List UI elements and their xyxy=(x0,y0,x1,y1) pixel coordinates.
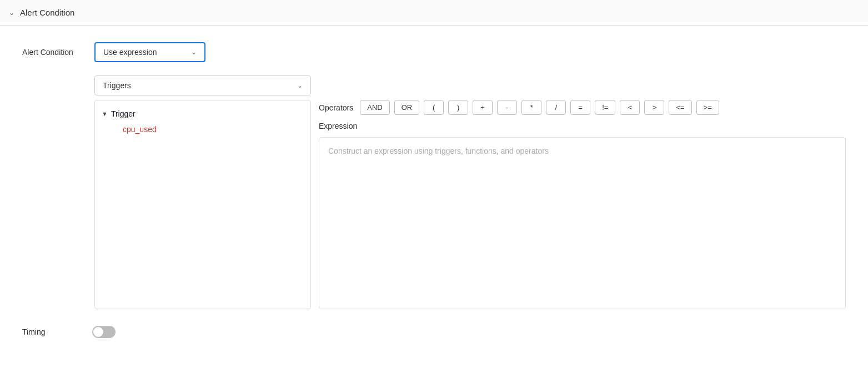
expression-panel: Operators AND OR ( ) + - * / = != < > <=… xyxy=(319,100,846,309)
section-header-title: Alert Condition xyxy=(20,8,74,17)
expression-label: Expression xyxy=(319,122,846,130)
trigger-tree-panel: ▼ Trigger cpu_used xyxy=(94,100,311,309)
timing-label: Timing xyxy=(22,327,83,336)
alert-condition-select[interactable]: Use expression ⌄ xyxy=(94,42,205,62)
operator-and-button[interactable]: AND xyxy=(360,100,389,115)
expression-placeholder: Construct an expression using triggers, … xyxy=(328,147,549,155)
triggers-select-label: Triggers xyxy=(103,81,131,90)
page-container: ⌄ Alert Condition Alert Condition Use ex… xyxy=(0,0,868,373)
trigger-expand-icon: ▼ xyxy=(102,110,108,117)
operator-open-paren-button[interactable]: ( xyxy=(424,100,444,115)
triggers-row: Triggers ⌄ xyxy=(94,75,846,95)
timing-toggle[interactable] xyxy=(92,326,116,338)
trigger-child-label: cpu_used xyxy=(123,125,157,134)
triggers-chevron-icon: ⌄ xyxy=(297,82,303,89)
operator-not-equals-button[interactable]: != xyxy=(595,100,615,115)
alert-condition-chevron-icon: ⌄ xyxy=(191,48,197,56)
operators-label: Operators xyxy=(319,103,353,112)
operator-less-equal-button[interactable]: <= xyxy=(669,100,691,115)
alert-condition-row: Alert Condition Use expression ⌄ xyxy=(22,42,846,62)
operator-or-button[interactable]: OR xyxy=(394,100,420,115)
operator-multiply-button[interactable]: * xyxy=(521,100,541,115)
operators-row: Operators AND OR ( ) + - * / = != < > <=… xyxy=(319,100,846,115)
trigger-tree-label: Trigger xyxy=(111,109,136,118)
operator-less-than-button[interactable]: < xyxy=(620,100,640,115)
expression-textarea-container[interactable]: Construct an expression using triggers, … xyxy=(319,137,846,309)
operator-equals-button[interactable]: = xyxy=(570,100,590,115)
section-header[interactable]: ⌄ Alert Condition xyxy=(0,0,868,26)
timing-row: Timing xyxy=(22,326,846,338)
section-chevron-icon: ⌄ xyxy=(9,9,14,17)
operator-minus-button[interactable]: - xyxy=(497,100,517,115)
operator-greater-than-button[interactable]: > xyxy=(644,100,664,115)
operator-plus-button[interactable]: + xyxy=(473,100,493,115)
operator-close-paren-button[interactable]: ) xyxy=(448,100,468,115)
main-content: Alert Condition Use expression ⌄ Trigger… xyxy=(0,26,868,355)
alert-condition-select-value: Use expression xyxy=(103,48,157,57)
bottom-panel: ▼ Trigger cpu_used Operators AND OR ( ) … xyxy=(94,100,846,309)
alert-condition-label: Alert Condition xyxy=(22,48,83,57)
triggers-select[interactable]: Triggers ⌄ xyxy=(94,75,311,95)
trigger-child-item[interactable]: cpu_used xyxy=(123,125,304,134)
operator-greater-equal-button[interactable]: >= xyxy=(696,100,719,115)
trigger-tree-item[interactable]: ▼ Trigger xyxy=(102,109,304,118)
operator-divide-button[interactable]: / xyxy=(546,100,566,115)
